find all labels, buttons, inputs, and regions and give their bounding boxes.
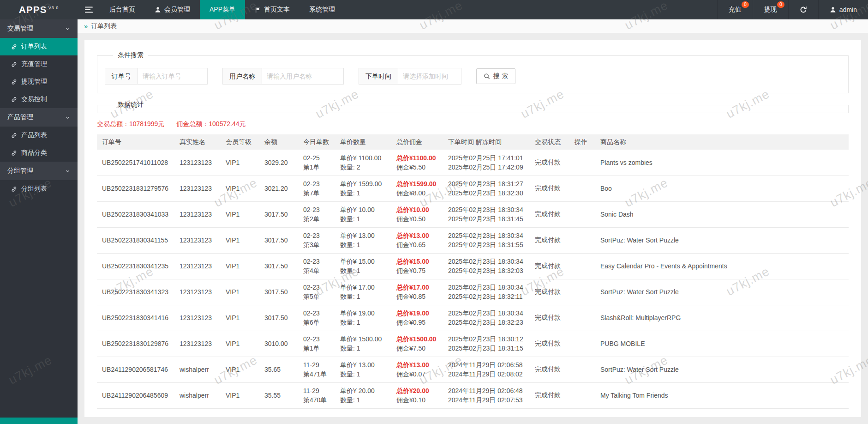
cell-product: SortPuz: Water Sort Puzzle [595, 227, 849, 253]
sidebar-item[interactable]: 分组列表 [0, 180, 78, 198]
cell-product: Boo [595, 176, 849, 201]
top-tabs: 后台首页会员管理APP菜单首页文本系统管理 [100, 0, 345, 19]
withdraw-button[interactable]: 提现 0 [753, 0, 788, 19]
sidebar-group-label: 交易管理 [7, 24, 33, 33]
stats-commission-value: 100572.44元 [209, 120, 245, 127]
nav-tab-1[interactable]: 后台首页 [100, 0, 145, 19]
cell-today: 02-23第5单 [298, 279, 335, 305]
table-row: UB2502231830341235123123123VIP13017.5002… [97, 253, 849, 279]
cell-order-no: UB2502231830341155 [97, 227, 174, 253]
cell-times: 2025年02月23日 18:30:342025年02月23日 18:32:11 [443, 279, 530, 305]
cell-product: Sonic Dash [595, 201, 849, 227]
stats-legend: 数据统计 [113, 101, 148, 109]
column-header: 今日单数 [298, 134, 335, 150]
cell-level: VIP1 [221, 382, 259, 408]
cell-total-commission: 总价¥1500.00佣金¥7.50 [391, 331, 443, 357]
nav-tab-label: 会员管理 [164, 6, 190, 14]
sidebar-item[interactable]: 交易控制 [0, 91, 78, 108]
nav-tab-2[interactable]: 会员管理 [145, 0, 200, 19]
cell-total-commission: 总价¥13.00佣金¥0.07 [391, 357, 443, 382]
order-time-input[interactable] [398, 68, 461, 85]
cell-times: 2025年02月23日 18:31:272025年02月23日 18:32:30 [443, 176, 530, 201]
cell-balance: 3021.20 [259, 176, 298, 201]
column-header: 订单号 [97, 134, 174, 150]
cell-product: PUBG MOBILE [595, 331, 849, 357]
cell-unit-price: 单价¥ 15.00数量: 1 [335, 253, 391, 279]
table-row: UB2502231830341033123123123VIP13017.5002… [97, 201, 849, 227]
cell-today: 02-23第1单 [298, 331, 335, 357]
column-header: 交易状态 [530, 134, 569, 150]
cell-level: VIP1 [221, 150, 259, 176]
cell-total-commission: 总价¥19.00佣金¥0.95 [391, 305, 443, 331]
sidebar-item[interactable]: 商品分类 [0, 144, 78, 162]
link-icon [11, 79, 17, 85]
sidebar-item[interactable]: 提现管理 [0, 73, 78, 91]
nav-tab-5[interactable]: 系统管理 [299, 0, 345, 19]
table-row: UB2502231830341416123123123VIP13017.5002… [97, 305, 849, 331]
cell-unit-price: 单价¥ 20.00数量: 1 [335, 382, 391, 408]
search-field-username: 用户名称 [222, 68, 344, 85]
sidebar-group-1[interactable]: 交易管理 [0, 19, 78, 38]
username-label: 用户名称 [222, 68, 262, 85]
cell-status: 完成付款 [530, 357, 569, 382]
sidebar-item[interactable]: 订单列表 [0, 38, 78, 55]
cell-unit-price: 单价¥ 19.00数量: 1 [335, 305, 391, 331]
menu-toggle-icon[interactable] [78, 0, 100, 19]
cell-real-name: wishalperr [174, 382, 221, 408]
table-row: UB2502231830341323123123123VIP13017.5002… [97, 279, 849, 305]
sidebar-group-2[interactable]: 产品管理 [0, 108, 78, 127]
link-icon [11, 186, 17, 192]
cell-order-no: UB2502231830341323 [97, 279, 174, 305]
sidebar-group-3[interactable]: 分组管理 [0, 162, 78, 180]
link-icon [11, 44, 17, 50]
navbar-right: 充值 0 提现 0 admin [717, 0, 868, 19]
cell-balance: 35.65 [259, 357, 298, 382]
sidebar-item-label: 充值管理 [21, 60, 47, 68]
link-icon [11, 97, 17, 103]
cell-total-commission: 总价¥20.00佣金¥0.10 [391, 382, 443, 408]
cell-balance: 3017.50 [259, 305, 298, 331]
content-card: 条件搜索 订单号 用户名称 下单时间 搜 索 [84, 40, 861, 417]
chevron-down-icon [65, 26, 70, 31]
stats-total: 交易总额：10781999元 [97, 120, 164, 128]
refresh-button[interactable] [788, 0, 818, 19]
stats-total-value: 10781999元 [129, 120, 164, 127]
cell-order-no: UB2411290206485609 [97, 382, 174, 408]
order-no-label: 订单号 [105, 68, 138, 85]
recharge-button[interactable]: 充值 0 [717, 0, 753, 19]
cell-level: VIP1 [221, 279, 259, 305]
search-field-order-time: 下单时间 [359, 68, 461, 85]
link-icon [11, 133, 17, 139]
search-fieldset: 条件搜索 订单号 用户名称 下单时间 搜 索 [97, 51, 849, 93]
cell-order-no: UB2502251741011028 [97, 150, 174, 176]
search-button[interactable]: 搜 索 [476, 68, 515, 84]
sidebar-item[interactable]: 产品列表 [0, 127, 78, 144]
table-row: UB2411290206485609wishalperrVIP135.5511-… [97, 382, 849, 408]
search-icon [484, 73, 490, 79]
cell-level: VIP1 [221, 227, 259, 253]
user-icon [830, 6, 836, 13]
cell-balance: 3017.50 [259, 279, 298, 305]
cell-status: 完成付款 [530, 253, 569, 279]
cell-real-name: 123123123 [174, 176, 221, 201]
user-menu[interactable]: admin [818, 0, 868, 19]
link-icon [11, 150, 17, 156]
cell-unit-price: 单价¥ 1100.00数量: 2 [335, 150, 391, 176]
stats-fieldset: 数据统计 [97, 101, 849, 113]
chevron-down-icon [65, 169, 70, 174]
cell-today: 02-23第7单 [298, 176, 335, 201]
cell-order-no: UB2411290206581746 [97, 357, 174, 382]
nav-tab-3[interactable]: APP菜单 [200, 0, 245, 19]
cell-level: VIP1 [221, 176, 259, 201]
cell-real-name: 123123123 [174, 305, 221, 331]
sidebar-footer-bar [0, 418, 78, 424]
stats-commission: 佣金总额：100572.44元 [176, 120, 245, 128]
username-input[interactable] [262, 68, 344, 85]
order-no-input[interactable] [138, 68, 208, 85]
column-header: 操作 [569, 134, 595, 150]
nav-tab-4[interactable]: 首页文本 [245, 0, 299, 19]
cell-real-name: 123123123 [174, 201, 221, 227]
sidebar-item[interactable]: 充值管理 [0, 55, 78, 73]
cell-total-commission: 总价¥15.00佣金¥0.75 [391, 253, 443, 279]
cell-real-name: 123123123 [174, 227, 221, 253]
